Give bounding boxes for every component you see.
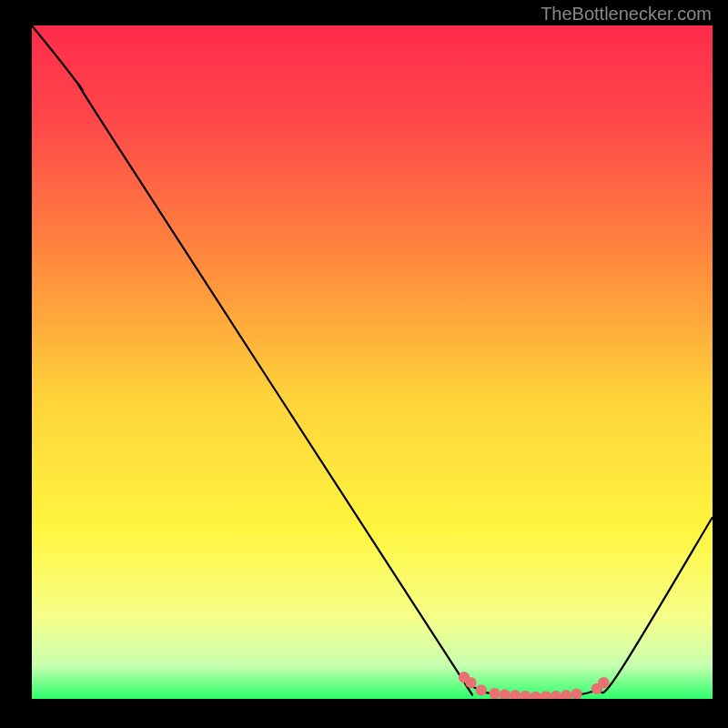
- optimal-dot: [475, 684, 486, 695]
- chart-container: TheBottlenecker.com: [0, 0, 728, 728]
- optimal-dot: [489, 688, 500, 699]
- plot-area: [32, 25, 713, 699]
- chart-svg: [32, 25, 713, 699]
- gradient-background: [32, 25, 713, 699]
- optimal-dot: [598, 677, 609, 688]
- optimal-dot: [465, 677, 476, 688]
- watermark-text: TheBottlenecker.com: [541, 4, 712, 25]
